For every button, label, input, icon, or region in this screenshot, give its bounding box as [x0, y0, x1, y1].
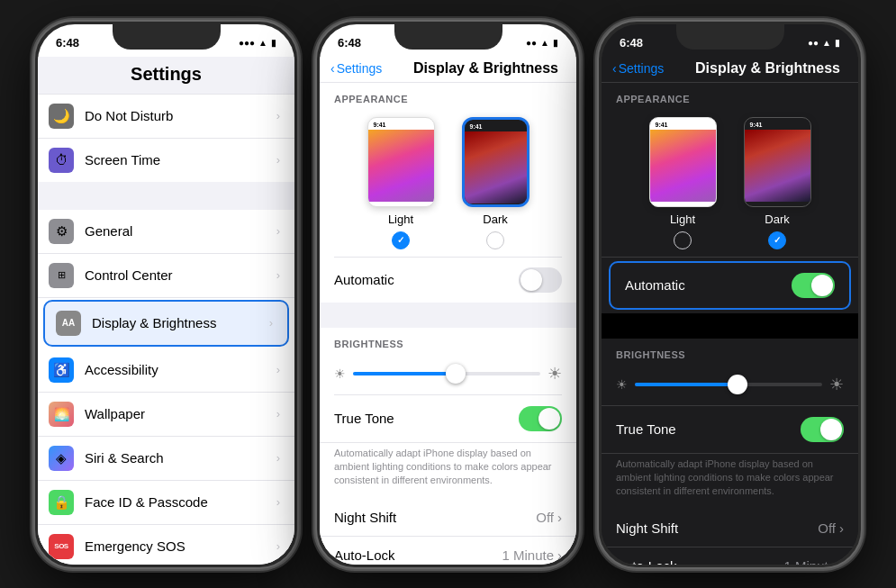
battery-icon: ▮ — [271, 38, 276, 48]
battery-icon-2: ▮ — [553, 38, 558, 48]
light-radio-3[interactable] — [674, 231, 692, 249]
display-screen-light: ‹ Settings Display & Brightness APPEARAN… — [320, 57, 576, 565]
dark-radio-3[interactable] — [768, 231, 786, 249]
dark-radio[interactable] — [486, 231, 504, 249]
nav-title-2: Display & Brightness — [382, 60, 566, 77]
night-shift-row-3[interactable]: Night Shift Off › — [602, 510, 858, 547]
appearance-dark-option-3[interactable]: 9:41 Dark — [744, 117, 811, 249]
light-preview-time: 9:41 — [368, 118, 434, 130]
faceid-icon: 🔒 — [49, 490, 74, 515]
automatic-switch-3[interactable] — [792, 273, 835, 298]
nav-title-3: Display & Brightness — [664, 60, 847, 77]
settings-item-faceid[interactable]: 🔒 Face ID & Passcode › — [38, 481, 294, 525]
brightness-slider-row-2: ☀ ☀ — [334, 364, 562, 384]
wifi-icon-2: ▲ — [540, 38, 549, 48]
screen-time-icon: ⏱ — [49, 148, 74, 173]
brightness-track-3[interactable] — [635, 383, 822, 386]
brightness-section-2: ☀ ☀ — [320, 353, 576, 394]
automatic-switch-2[interactable] — [519, 267, 562, 293]
true-tone-label-3: True Tone — [616, 421, 676, 437]
true-tone-label-2: True Tone — [334, 411, 394, 426]
true-tone-switch-2[interactable] — [519, 406, 562, 431]
settings-item-control-center[interactable]: ⊞ Control Center › — [38, 254, 294, 298]
back-label-3: Settings — [619, 61, 665, 76]
back-button-3[interactable]: ‹ Settings — [612, 61, 664, 76]
status-time-2: 6:48 — [338, 36, 361, 50]
brightness-track-2[interactable] — [353, 372, 540, 375]
status-time-1: 6:48 — [56, 36, 79, 50]
accessibility-label: Accessibility — [85, 362, 276, 377]
appearance-dark-option[interactable]: 9:41 Dark — [462, 117, 529, 249]
signal-icon-3: ●● — [808, 38, 819, 48]
divider-auto-3 — [602, 257, 858, 258]
display-label: Display & Brightness — [92, 315, 269, 330]
brightness-low-icon-3: ☀ — [616, 377, 628, 392]
settings-item-screen-time[interactable]: ⏱ Screen Time › — [38, 139, 294, 182]
chevron-night-shift-3: › — [839, 520, 844, 536]
dark-preview: 9:41 — [462, 117, 529, 207]
control-center-icon: ⊞ — [49, 263, 74, 288]
night-shift-value-3: Off › — [818, 520, 844, 536]
settings-item-accessibility[interactable]: ♿ Accessibility › — [38, 348, 294, 393]
faceid-label: Face ID & Passcode — [85, 494, 276, 510]
notch — [113, 24, 221, 50]
status-icons-2: ●● ▲ ▮ — [526, 38, 558, 48]
phones-container: 6:48 ●●● ▲ ▮ Settings 🌙 Do Not Disturb › — [15, 2, 881, 587]
dark-preview-3: 9:41 — [744, 117, 811, 207]
status-icons-3: ●● ▲ ▮ — [808, 38, 840, 48]
brightness-slider-row-3: ☀ ☀ — [616, 375, 844, 394]
phone-display-dark: 6:48 ●● ▲ ▮ ‹ Settings Display & Brightn… — [597, 20, 863, 569]
dark-preview-wallpaper — [465, 131, 527, 204]
nav-bar-3: ‹ Settings Display & Brightness — [602, 57, 858, 83]
appearance-light-option-3[interactable]: 9:41 Light — [649, 117, 717, 249]
true-tone-desc-3: Automatically adapt iPhone display based… — [602, 454, 858, 510]
settings-item-display[interactable]: AA Display & Brightness › — [43, 300, 289, 347]
light-preview-3: 9:41 — [649, 117, 717, 207]
sos-icon: SOS — [49, 534, 74, 559]
settings-item-wallpaper[interactable]: 🌅 Wallpaper › — [38, 393, 294, 437]
dark-label: Dark — [483, 213, 507, 226]
status-icons-1: ●●● ▲ ▮ — [239, 38, 276, 48]
appearance-light-option[interactable]: 9:41 Light — [367, 117, 435, 249]
sos-label: Emergency SOS — [85, 538, 276, 554]
siri-icon: ◈ — [49, 446, 74, 471]
back-label-2: Settings — [337, 61, 383, 76]
auto-lock-row-2[interactable]: Auto-Lock 1 Minute › — [320, 537, 576, 565]
brightness-thumb-3 — [728, 375, 747, 394]
auto-toggle-row-2: Automatic — [320, 258, 576, 303]
brightness-section-3: ☀ ☀ — [602, 364, 858, 405]
settings-screen: Settings 🌙 Do Not Disturb › ⏱ Screen Tim… — [38, 57, 294, 565]
wallpaper-label: Wallpaper — [85, 406, 276, 421]
auto-lock-row-3[interactable]: Auto-Lock 1 Minute › — [602, 547, 858, 565]
true-tone-knob-3 — [820, 419, 842, 440]
light-radio[interactable] — [392, 231, 410, 249]
brightness-fill-3 — [635, 383, 738, 386]
settings-item-sos[interactable]: SOS Emergency SOS › — [38, 525, 294, 565]
automatic-label-2: Automatic — [334, 272, 394, 287]
do-not-disturb-label: Do Not Disturb — [85, 108, 276, 123]
light-preview-time-3: 9:41 — [650, 118, 716, 130]
night-shift-row-2[interactable]: Night Shift Off › — [320, 499, 576, 537]
settings-item-siri[interactable]: ◈ Siri & Search › — [38, 437, 294, 481]
dark-preview-time-3: 9:41 — [745, 118, 810, 130]
appearance-row-3: 9:41 Light 9:41 Dark — [602, 108, 858, 257]
brightness-thumb-2 — [446, 364, 466, 384]
chevron-auto-lock: › — [557, 547, 562, 563]
true-tone-desc-2: Automatically adapt iPhone display based… — [320, 443, 576, 499]
back-button-2[interactable]: ‹ Settings — [330, 61, 382, 76]
brightness-high-icon-3: ☀ — [829, 375, 844, 394]
dark-label-3: Dark — [765, 213, 789, 226]
appearance-header-3: APPEARANCE — [602, 83, 858, 108]
settings-item-general[interactable]: ⚙ General › — [38, 210, 294, 254]
settings-item-do-not-disturb[interactable]: 🌙 Do Not Disturb › — [38, 95, 294, 139]
dark-preview-wallpaper-3 — [745, 130, 810, 202]
notch-3 — [676, 24, 784, 50]
light-preview-wallpaper-3 — [650, 130, 716, 202]
automatic-knob-2 — [520, 269, 542, 291]
wifi-icon: ▲ — [258, 38, 267, 48]
brightness-header-2: BRIGHTNESS — [320, 328, 576, 353]
light-preview-wallpaper — [368, 130, 434, 202]
control-center-label: Control Center — [85, 267, 276, 283]
true-tone-switch-3[interactable] — [801, 417, 844, 442]
wifi-icon-3: ▲ — [822, 38, 831, 48]
